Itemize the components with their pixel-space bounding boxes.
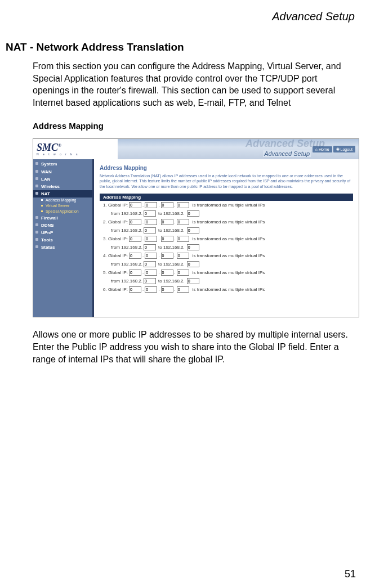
from-octet[interactable] [144,227,156,234]
sidebar-item-system[interactable]: System [33,160,92,168]
global-ip-octet[interactable] [177,286,189,293]
global-ip-octet[interactable] [177,270,189,276]
row-num: 5. Global IP: [103,270,128,275]
mapping-row: 2. Global IP:...is transformed as multip… [100,218,353,226]
global-ip-octet[interactable] [161,286,173,293]
mapping-row: 5. Global IP:...is transformed as multip… [100,268,353,277]
from-octet[interactable] [144,244,156,250]
mapping-row: 1. Global IP:...is transformed as multip… [100,201,353,209]
router-topbar: SMC® N e t w o r k s Advanced Setup Adva… [33,139,359,159]
row-num: 6. Global IP: [103,287,128,292]
global-ip-octet[interactable] [129,253,141,259]
panel-description: Network Address Translation (NAT) allows… [100,173,353,188]
global-ip-octet[interactable] [161,219,173,225]
row-suffix: is transformed as multiple virtual IPs [193,236,265,241]
row-num: 3. Global IP: [103,236,128,241]
sidebar-item-status[interactable]: Status [33,244,92,251]
to-label: to 192.168.2. [158,228,185,233]
global-ip-octet[interactable] [129,270,141,276]
global-ip-octet[interactable] [145,219,157,225]
global-ip-octet[interactable] [145,202,157,208]
mapping-from-row: from 192.168.2.to 192.168.2. [100,226,353,235]
mapping-row: 3. Global IP:...is transformed as multip… [100,235,353,243]
to-label: to 192.168.2. [158,211,185,216]
to-octet[interactable] [187,261,199,267]
row-num: 1. Global IP: [103,203,128,208]
mapping-from-row: from 192.168.2.to 192.168.2. [100,277,353,285]
mapping-table-header: Address Mapping [100,194,353,201]
router-banner: Advanced Setup Advanced Setup ⌂Home ◉Log… [118,139,359,159]
banner-sub-text: Advanced Setup [263,150,311,157]
row-suffix: is transformed as multiple virtual IPs [193,253,265,258]
sidebar-item-tools[interactable]: Tools [33,236,92,244]
from-octet[interactable] [144,261,156,267]
router-body: SystemWANLANWirelessNATAddress MappingVi… [33,159,359,317]
subsection-title: Address Mapping [33,121,360,131]
row-suffix: is transformed as multiple virtual IPs [193,203,265,208]
sidebar-item-nat[interactable]: NAT [33,190,92,198]
brand-sup: ® [58,143,61,148]
mapping-from-row: from 192.168.2.to 192.168.2. [100,260,353,268]
brand-name: SMC [37,142,58,153]
row-num: 4. Global IP: [103,253,128,258]
global-ip-octet[interactable] [161,236,173,242]
router-sidebar: SystemWANLANWirelessNATAddress MappingVi… [33,159,94,317]
row-num: 2. Global IP: [103,219,128,225]
sidebar-item-upnp[interactable]: UPnP [33,229,92,236]
to-label: to 192.168.2. [158,279,185,284]
row-suffix: is transformed as multiple virtual IPs [193,219,265,225]
global-ip-octet[interactable] [145,286,157,293]
intro-paragraph: From this section you can configure the … [33,60,355,109]
global-ip-octet[interactable] [145,270,157,276]
from-octet[interactable] [144,278,156,284]
global-ip-octet[interactable] [129,219,141,225]
global-ip-octet[interactable] [145,236,157,242]
global-ip-octet[interactable] [161,253,173,259]
outro-paragraph: Allows one or more public IP addresses t… [33,329,355,365]
sidebar-item-wan[interactable]: WAN [33,168,92,176]
sidebar-item-ddns[interactable]: DDNS [33,222,92,229]
global-ip-octet[interactable] [177,253,189,259]
logout-button[interactable]: ◉Logout [333,146,355,152]
mapping-row: 6. Global IP:...is transformed as multip… [100,285,353,294]
sidebar-item-wireless[interactable]: Wireless [33,183,92,190]
sidebar-item-firewall[interactable]: Firewall [33,214,92,222]
to-octet[interactable] [187,227,199,234]
to-octet[interactable] [187,244,199,250]
router-logo: SMC® N e t w o r k s [33,139,118,159]
section-title: NAT - Network Address Translation [6,41,360,53]
panel-heading: Address Mapping [100,165,353,171]
to-label: to 192.168.2. [158,262,185,267]
sidebar-item-address-mapping[interactable]: Address Mapping [33,198,92,203]
global-ip-octet[interactable] [129,236,141,242]
row-suffix: is transformed as multiple virtual IPs [193,287,265,292]
global-ip-octet[interactable] [177,202,189,208]
global-ip-octet[interactable] [177,219,189,225]
row-suffix: is transformed as multiple virtual IPs [193,270,265,275]
sidebar-item-lan[interactable]: LAN [33,176,92,183]
page-header: Advanced Setup [6,10,360,23]
logout-icon: ◉ [336,147,340,151]
global-ip-octet[interactable] [161,202,173,208]
sidebar-item-special-application[interactable]: Special Application [33,209,92,214]
global-ip-octet[interactable] [129,286,141,293]
global-ip-octet[interactable] [145,253,157,259]
banner-ghost-text: Advanced Setup [246,138,325,150]
from-prefix: from 192.168.2. [111,211,142,216]
from-prefix: from 192.168.2. [111,279,142,284]
global-ip-octet[interactable] [129,202,141,208]
mapping-row: 4. Global IP:...is transformed as multip… [100,252,353,260]
from-octet[interactable] [144,210,156,217]
router-main: Address Mapping Network Address Translat… [94,159,359,317]
global-ip-octet[interactable] [161,270,173,276]
to-label: to 192.168.2. [158,245,185,250]
sidebar-item-virtual-server[interactable]: Virtual Server [33,203,92,209]
logout-label: Logout [341,147,352,151]
to-octet[interactable] [187,210,199,217]
mapping-table: Address Mapping 1. Global IP:...is trans… [100,194,353,294]
global-ip-octet[interactable] [177,236,189,242]
router-screenshot: SMC® N e t w o r k s Advanced Setup Adva… [33,138,359,317]
from-prefix: from 192.168.2. [111,245,142,250]
to-octet[interactable] [187,278,199,284]
from-prefix: from 192.168.2. [111,228,142,233]
